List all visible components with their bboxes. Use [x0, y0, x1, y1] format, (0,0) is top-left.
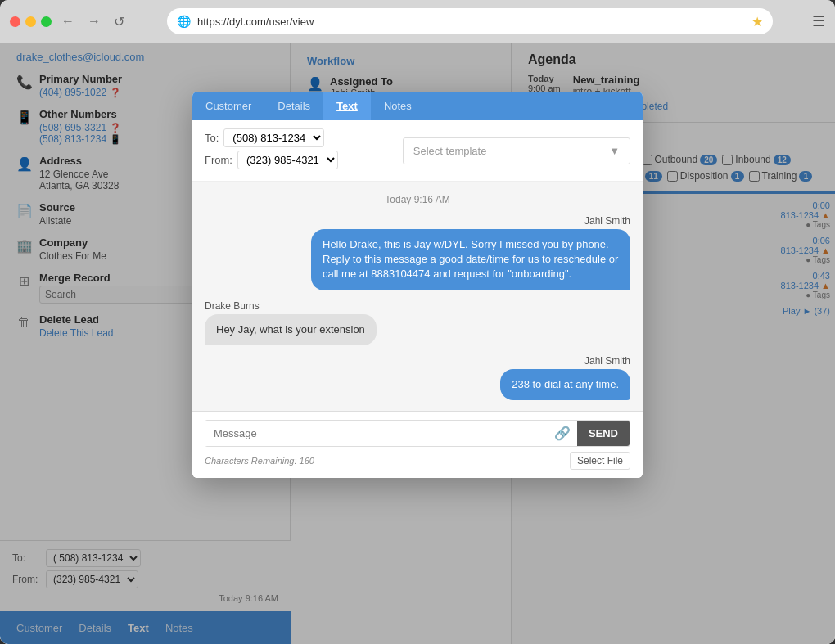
chat-area: Today 9:16 AM Jahi Smith Hello Drake, th… — [192, 182, 643, 411]
close-button[interactable] — [10, 16, 20, 27]
select-file-dropdown[interactable]: Select File — [570, 452, 630, 470]
message-input-row: 🔗 SEND — [205, 420, 630, 447]
sender-2: Drake Burns — [205, 300, 630, 312]
to-from-group: To: (508) 813-1234 From: (323) 985-4321 — [205, 128, 395, 173]
chat-message-1: Jahi Smith Hello Drake, this is Jay w/DY… — [205, 215, 630, 290]
modal-to-label: To: — [205, 132, 219, 144]
modal-tab-notes[interactable]: Notes — [371, 92, 425, 120]
modal-to-select[interactable]: (508) 813-1234 — [223, 128, 324, 147]
message-input[interactable] — [205, 421, 548, 446]
send-button[interactable]: SEND — [577, 421, 630, 446]
bookmark-icon[interactable]: ★ — [752, 14, 763, 29]
chars-remaining: Characters Remaining: 160 — [205, 456, 314, 466]
sender-3: Jahi Smith — [205, 355, 630, 367]
modal-tabs: Customer Details Text Notes — [192, 92, 643, 120]
bubble-1: Hello Drake, this is Jay w/DYL. Sorry I … — [311, 229, 630, 290]
modal-tab-text[interactable]: Text — [323, 92, 371, 120]
chat-message-2: Drake Burns Hey Jay, what is your extens… — [205, 300, 630, 345]
back-button[interactable]: ← — [58, 12, 78, 30]
address-bar[interactable]: 🌐 https://dyl.com/user/view ★ — [167, 8, 773, 34]
modal-from-select[interactable]: (323) 985-4321 — [237, 151, 338, 169]
template-select[interactable]: Select template ▼ — [403, 137, 630, 164]
modal-tab-customer[interactable]: Customer — [192, 92, 264, 120]
modal-overlay: Customer Details Text Notes To: (508) 81… — [0, 43, 835, 644]
url-text: https://dyl.com/user/view — [197, 16, 745, 28]
title-bar: ← → ↺ 🌐 https://dyl.com/user/view ★ ☰ — [0, 0, 835, 43]
modal-from-label: From: — [205, 154, 232, 166]
maximize-button[interactable] — [41, 16, 52, 27]
attach-icon[interactable]: 🔗 — [548, 421, 577, 446]
template-dropdown-icon: ▼ — [609, 145, 620, 157]
minimize-button[interactable] — [25, 16, 36, 27]
chat-date: Today 9:16 AM — [205, 194, 630, 205]
refresh-button[interactable]: ↺ — [111, 12, 128, 31]
bubble-2: Hey Jay, what is your extension — [205, 314, 377, 345]
bubble-3: 238 to dial at any time. — [500, 369, 630, 400]
chat-message-3: Jahi Smith 238 to dial at any time. — [205, 355, 630, 400]
text-modal: Customer Details Text Notes To: (508) 81… — [192, 92, 643, 478]
forward-button[interactable]: → — [84, 12, 104, 30]
modal-tab-details[interactable]: Details — [264, 92, 323, 120]
template-placeholder: Select template — [413, 145, 487, 157]
main-content: drake_clothes@icloud.com 📞 Primary Numbe… — [0, 43, 835, 644]
modal-header: To: (508) 813-1234 From: (323) 985-4321 — [192, 120, 643, 182]
menu-icon[interactable]: ☰ — [812, 12, 825, 30]
message-input-area: 🔗 SEND Characters Remaining: 160 Select … — [192, 411, 643, 478]
globe-icon: 🌐 — [177, 15, 191, 28]
traffic-lights — [10, 16, 52, 27]
sender-1: Jahi Smith — [205, 215, 630, 227]
